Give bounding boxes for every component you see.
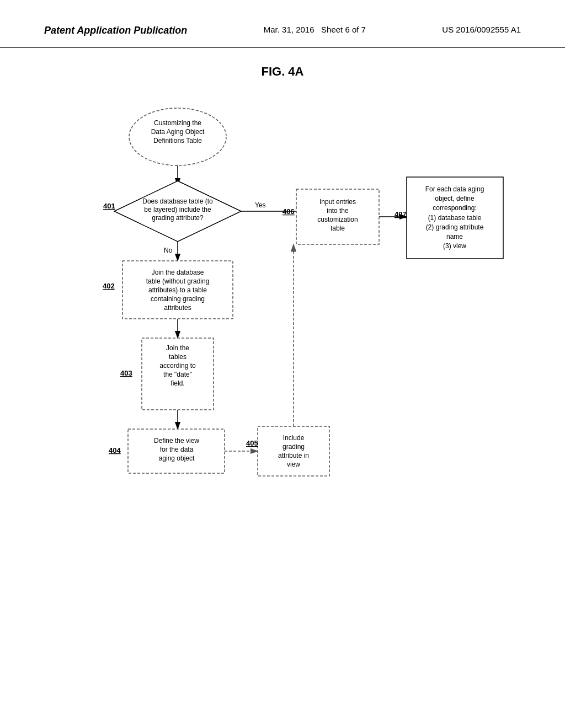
- node-403-label-1: Join the: [166, 344, 189, 352]
- node-407-label-2: object, define: [435, 195, 475, 202]
- figure-area: FIG. 4A Customizing the Data Aging Objec…: [34, 65, 531, 592]
- flowchart: Customizing the Data Aging Object Defini…: [34, 95, 531, 592]
- flowchart-svg: Customizing the Data Aging Object Defini…: [56, 95, 509, 592]
- node-406-label-4: table: [331, 224, 345, 232]
- node-402-label-2: table (without grading: [146, 277, 210, 285]
- label-yes: Yes: [255, 201, 266, 209]
- ref-407: 407: [395, 210, 407, 218]
- node-401-label-1: Does database table (to: [142, 197, 213, 205]
- start-label-3: Definitions Table: [153, 137, 202, 144]
- page: Patent Application Publication Mar. 31, …: [0, 0, 565, 728]
- ref-404: 404: [109, 446, 121, 454]
- node-406-label-3: customization: [317, 216, 358, 223]
- figure-title: FIG. 4A: [34, 65, 531, 79]
- node-407-label-5: (2) grading attribute: [426, 223, 484, 231]
- node-402-label-4: containing grading: [151, 295, 205, 303]
- node-402-label-3: attributes) to a table: [148, 286, 207, 294]
- node-407-label-4: (1) database table: [428, 214, 482, 222]
- header-sheet: Sheet 6 of 7: [321, 25, 366, 34]
- ref-403: 403: [120, 369, 132, 377]
- node-403-label-4: the "date": [163, 371, 192, 378]
- node-407-label-3: corresponding:: [433, 204, 476, 212]
- patent-number: US 2016/0092555 A1: [442, 25, 521, 34]
- node-405-label-1: Include: [283, 434, 305, 442]
- node-405-label-4: view: [287, 461, 300, 468]
- ref-406: 406: [282, 207, 295, 216]
- label-no: No: [164, 247, 173, 254]
- publication-title: Patent Application Publication: [44, 25, 187, 36]
- node-407-label-7: (3) view: [443, 242, 466, 250]
- node-403-label-2: tables: [169, 353, 186, 361]
- start-label-1: Customizing the: [154, 119, 201, 127]
- ref-405: 405: [246, 439, 258, 447]
- node-402-label-5: attributes: [164, 304, 191, 312]
- ref-401: 401: [103, 202, 115, 210]
- node-401-label-3: grading attribute?: [152, 214, 204, 222]
- node-406-label-2: into the: [327, 207, 349, 215]
- ref-402: 402: [103, 282, 115, 290]
- node-404-label-3: aging object: [159, 454, 195, 462]
- node-406-label-1: Input entries: [319, 198, 356, 206]
- node-401-label-2: be layered) include the: [144, 206, 211, 213]
- start-label-2: Data Aging Object: [151, 128, 205, 136]
- node-407-label-6: name: [446, 233, 463, 240]
- node-404-label-1: Define the view: [154, 437, 199, 445]
- page-header: Patent Application Publication Mar. 31, …: [0, 0, 565, 48]
- node-402-label-1: Join the database: [152, 269, 204, 276]
- node-404-label-2: for the data: [160, 446, 194, 453]
- header-date: Mar. 31, 2016: [264, 25, 315, 34]
- header-date-sheet: Mar. 31, 2016 Sheet 6 of 7: [264, 25, 366, 34]
- node-407-label-1: For each data aging: [425, 185, 484, 193]
- node-405-label-3: attribute in: [278, 452, 309, 459]
- node-403-label-5: field.: [170, 379, 184, 387]
- node-405-label-2: grading: [282, 443, 305, 451]
- node-403-label-3: according to: [159, 362, 196, 370]
